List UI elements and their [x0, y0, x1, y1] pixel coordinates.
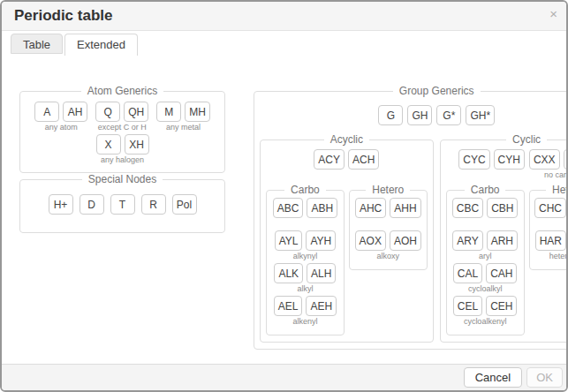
cbh-button[interactable]: CBH: [487, 198, 518, 218]
special-nodes-row: H+ D T R Pol: [26, 194, 219, 215]
pair-group: ABC ABH: [272, 198, 338, 230]
atom-generics-row-2: X XH any halogen: [26, 134, 219, 166]
a-button[interactable]: A: [34, 102, 59, 122]
any-atom-group: A AH any atom: [34, 102, 87, 133]
right-column: Group Generics G GH G* GH* Acyclic ACY A…: [254, 85, 568, 350]
xh-button[interactable]: XH: [125, 134, 149, 155]
cyclic-carbo-fieldset: Carbo CBC CBH: [446, 184, 525, 335]
close-icon[interactable]: ×: [549, 7, 557, 20]
cyclic-hetero-legend: Hetero: [546, 184, 568, 196]
cyc-button[interactable]: CYC: [458, 149, 489, 170]
button-pair: AYL AYH: [275, 230, 337, 251]
button-pair: M MH: [156, 102, 210, 122]
button-pair: CHC CHH: [534, 198, 568, 218]
pair-label: any metal: [166, 122, 201, 133]
dialog-footer: Cancel OK: [2, 364, 566, 390]
tab-extended[interactable]: Extended: [64, 34, 138, 57]
ah-button[interactable]: AH: [63, 102, 87, 122]
d-button[interactable]: D: [80, 194, 104, 215]
pair-group: HAR HAH hetero aryl: [535, 230, 568, 262]
gh-button[interactable]: GH: [407, 105, 432, 125]
pair-label: alkoxy: [377, 251, 400, 262]
pair-label: any halogen: [101, 155, 144, 166]
button-pair: AEL AEH: [274, 296, 337, 316]
cal-button[interactable]: CAL: [453, 263, 482, 283]
pair-group: AEL AEH alkenyl: [272, 296, 338, 328]
pair-label: alkynyl: [293, 251, 318, 262]
x-button[interactable]: X: [96, 134, 121, 155]
no-carbon-group: CXX CXH no carbon: [529, 149, 568, 181]
aeh-button[interactable]: AEH: [306, 296, 337, 316]
pair-group: CAL CAH cycloalkyl: [452, 263, 519, 295]
har-button[interactable]: HAR: [535, 230, 566, 251]
acyclic-legend: Acyclic: [324, 133, 369, 146]
button-pair: ACY ACH: [314, 149, 379, 170]
ael-button[interactable]: AEL: [274, 296, 303, 316]
ary-button[interactable]: ARY: [452, 230, 482, 251]
acyclic-hetero-fieldset: Hetero AHC AHH: [349, 184, 428, 270]
left-column: Atom Generics A AH any atom Q QH: [19, 85, 225, 233]
button-pair: CBC CBH: [452, 198, 519, 218]
pair-group: CHC CHH: [535, 198, 568, 230]
cxh-button[interactable]: CXH: [564, 149, 568, 170]
aoh-button[interactable]: AOH: [390, 230, 421, 251]
ahc-button[interactable]: AHC: [355, 198, 386, 218]
button-pair: HAR HAH: [535, 230, 568, 251]
acyclic-carbo-hetero-row: Carbo ABC ABH: [266, 184, 428, 335]
q-button[interactable]: Q: [95, 102, 120, 122]
pair-group: AOX AOH alkoxy: [355, 230, 421, 262]
pair-group: CBC CBH: [452, 198, 519, 230]
pair-label: aryl: [479, 251, 492, 262]
m-button[interactable]: M: [156, 102, 181, 122]
mh-button[interactable]: MH: [185, 102, 210, 122]
cyclic-hetero-fieldset: Hetero CHC CHH: [529, 184, 568, 270]
cyh-button[interactable]: CYH: [494, 149, 525, 170]
tab-table[interactable]: Table: [11, 34, 63, 54]
pair-group: ARY ARH aryl: [452, 230, 519, 262]
button-pair: CYC CYH: [458, 149, 525, 170]
alk-button[interactable]: ALK: [274, 263, 303, 283]
any-metal-group: M MH any metal: [156, 102, 210, 133]
button-pair: X XH: [96, 134, 149, 155]
ayl-button[interactable]: AYL: [275, 230, 303, 251]
cyclic-carbo-legend: Carbo: [465, 184, 506, 196]
g-star-button[interactable]: G*: [436, 105, 461, 125]
button-pair: CEL CEH: [453, 296, 518, 316]
cxx-button[interactable]: CXX: [529, 149, 560, 170]
pair-group: CEL CEH cycloalkenyl: [452, 296, 519, 328]
aox-button[interactable]: AOX: [355, 230, 386, 251]
abc-button[interactable]: ABC: [273, 198, 304, 218]
ahh-button[interactable]: AHH: [390, 198, 420, 218]
ceh-button[interactable]: CEH: [486, 296, 517, 316]
abh-button[interactable]: ABH: [307, 198, 337, 218]
button-pair: ALK ALH: [274, 263, 336, 283]
g-button[interactable]: G: [378, 105, 403, 125]
cbc-button[interactable]: CBC: [452, 198, 483, 218]
acy-button[interactable]: ACY: [314, 149, 345, 170]
ok-button[interactable]: OK: [526, 367, 563, 388]
button-pair: Q QH: [95, 102, 148, 122]
periodic-table-dialog: Periodic table × Table Extended Atom Gen…: [0, 0, 568, 392]
alh-button[interactable]: ALH: [307, 263, 336, 283]
ach-button[interactable]: ACH: [348, 149, 379, 170]
atom-generics-row-1: A AH any atom Q QH except C or H: [26, 102, 219, 133]
group-generics-sub-row: Acyclic ACY ACH Carbo: [260, 133, 568, 343]
acyclic-fieldset: Acyclic ACY ACH Carbo: [260, 133, 434, 343]
h-plus-button[interactable]: H+: [49, 194, 73, 215]
cyclic-top-row: CYC CYH CXX CXH no carbon: [446, 149, 568, 181]
cel-button[interactable]: CEL: [453, 296, 482, 316]
acyclic-hetero-legend: Hetero: [366, 184, 410, 196]
r-button[interactable]: R: [141, 194, 166, 215]
ayh-button[interactable]: AYH: [306, 230, 336, 251]
qh-button[interactable]: QH: [124, 102, 148, 122]
gh-star-button[interactable]: GH*: [466, 105, 495, 125]
cah-button[interactable]: CAH: [486, 263, 517, 283]
pol-button[interactable]: Pol: [172, 194, 197, 215]
arh-button[interactable]: ARH: [487, 230, 518, 251]
pair-label: cycloalkyl: [468, 283, 503, 295]
chc-button[interactable]: CHC: [534, 198, 566, 218]
cyclic-fieldset: Cyclic CYC CYH CXX: [440, 133, 568, 343]
cancel-button[interactable]: Cancel: [464, 367, 522, 388]
t-button[interactable]: T: [110, 194, 135, 215]
button-pair: AOX AOH: [355, 230, 421, 251]
